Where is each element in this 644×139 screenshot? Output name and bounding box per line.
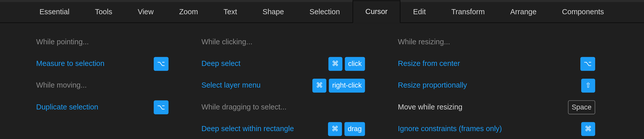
- key-combo: ⌥: [154, 100, 169, 114]
- shortcut-group-header: While moving...: [36, 75, 193, 96]
- action-label[interactable]: Resize proportionally: [398, 81, 467, 90]
- shortcuts-panel: While pointing...Measure to selection⌥Wh…: [0, 23, 644, 139]
- key-cap: ⌘: [312, 78, 326, 92]
- key-combo: ⌘drag: [328, 122, 365, 136]
- action-label[interactable]: Deep select within rectangle: [201, 124, 294, 133]
- tab-text[interactable]: Text: [211, 1, 250, 23]
- shortcut-group-header: While dragging to select...: [201, 96, 390, 118]
- shortcut-row: Deep select⌘click: [201, 53, 390, 75]
- key-cap: right-click: [329, 78, 365, 92]
- tab-tools[interactable]: Tools: [82, 1, 125, 23]
- tab-essential[interactable]: Essential: [27, 1, 82, 23]
- key-combo: ⇧: [581, 78, 595, 92]
- group-label: While clicking...: [201, 38, 252, 46]
- action-label[interactable]: Measure to selection: [36, 59, 104, 68]
- key-cap: click: [345, 57, 365, 71]
- shortcut-group-header: While clicking...: [201, 31, 390, 53]
- shortcut-row: Resize from center⌥: [398, 53, 620, 75]
- shortcut-row: Ignore constraints (frames only)⌘: [398, 118, 620, 139]
- tab-edit[interactable]: Edit: [400, 1, 439, 23]
- key-cap: ⌘: [581, 122, 595, 136]
- key-combo: ⌘click: [328, 57, 365, 71]
- key-cap: ⌥: [580, 57, 595, 71]
- key-combo: ⌘right-click: [312, 78, 365, 92]
- key-cap: drag: [344, 122, 365, 136]
- tab-cursor[interactable]: Cursor: [353, 1, 400, 23]
- key-cap: ⌘: [328, 122, 342, 136]
- group-label: While pointing...: [36, 38, 89, 46]
- key-combo: ⌥: [154, 57, 169, 71]
- tab-transform[interactable]: Transform: [439, 1, 498, 23]
- action-label[interactable]: Ignore constraints (frames only): [398, 124, 502, 133]
- group-label: While resizing...: [398, 38, 450, 46]
- key-cap: Space: [568, 100, 595, 114]
- shortcut-row: Select layer menu⌘right-click: [201, 75, 390, 96]
- shortcut-group-header: While resizing...: [398, 31, 620, 53]
- shortcut-row: Resize proportionally⇧: [398, 75, 620, 96]
- shortcut-row: Deep select within rectangle⌘drag: [201, 118, 390, 139]
- key-combo: ⌘: [581, 122, 595, 136]
- tab-selection[interactable]: Selection: [297, 1, 353, 23]
- tab-zoom[interactable]: Zoom: [166, 1, 211, 23]
- shortcuts-column: While pointing...Measure to selection⌥Wh…: [0, 31, 193, 139]
- shortcuts-column: While resizing...Resize from center⌥Resi…: [390, 31, 620, 139]
- key-cap: ⌥: [154, 100, 169, 114]
- key-combo: Space: [568, 100, 595, 114]
- shortcut-row: Duplicate selection⌥: [36, 96, 193, 118]
- tab-arrange[interactable]: Arrange: [497, 1, 549, 23]
- action-label: Move while resizing: [398, 103, 463, 112]
- key-combo: ⌥: [580, 57, 595, 71]
- group-label: While dragging to select...: [201, 103, 286, 112]
- action-label[interactable]: Duplicate selection: [36, 103, 98, 112]
- shortcut-group-header: While pointing...: [36, 31, 193, 53]
- tab-view[interactable]: View: [125, 1, 166, 23]
- action-label[interactable]: Select layer menu: [201, 81, 261, 90]
- tab-components[interactable]: Components: [549, 1, 617, 23]
- key-cap: ⌥: [154, 57, 169, 71]
- action-label[interactable]: Resize from center: [398, 59, 460, 68]
- action-label[interactable]: Deep select: [201, 59, 240, 68]
- key-cap: ⇧: [581, 78, 595, 92]
- group-label: While moving...: [36, 81, 87, 90]
- key-cap: ⌘: [328, 57, 342, 71]
- tab-bar: EssentialToolsViewZoomTextShapeSelection…: [0, 0, 644, 23]
- shortcut-row: Measure to selection⌥: [36, 53, 193, 75]
- shortcut-row: Move while resizingSpace: [398, 96, 620, 118]
- shortcuts-column: While clicking...Deep select⌘clickSelect…: [193, 31, 390, 139]
- tab-shape[interactable]: Shape: [250, 1, 297, 23]
